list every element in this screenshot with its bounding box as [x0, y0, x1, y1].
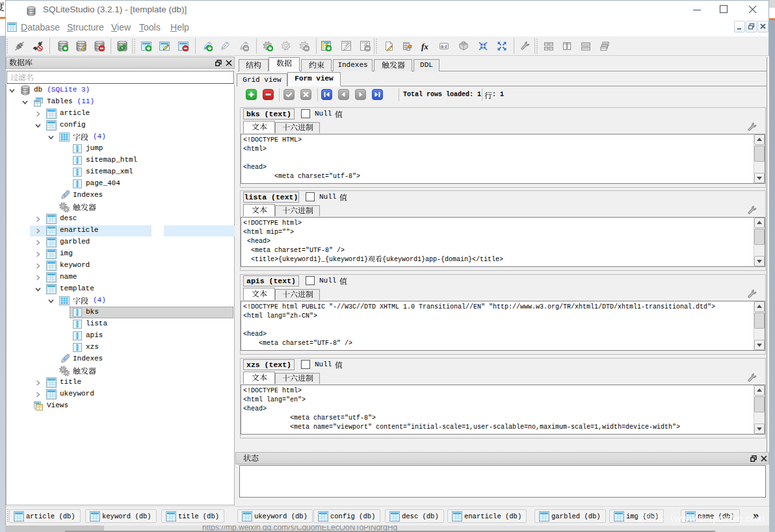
svg-text:fx: fx	[421, 42, 428, 51]
svg-text:a·z: a·z	[441, 44, 447, 49]
